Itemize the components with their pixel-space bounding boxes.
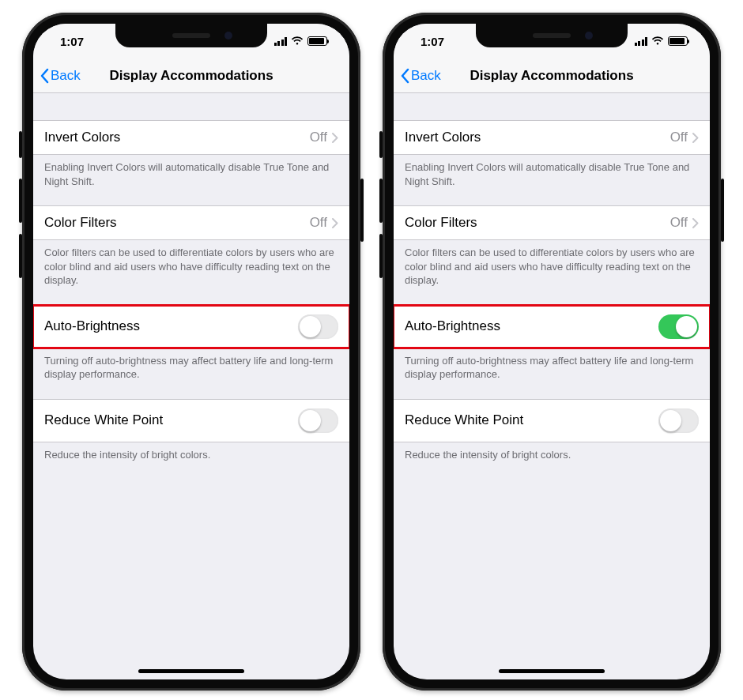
chevron-right-icon <box>692 218 699 228</box>
chevron-right-icon <box>332 218 338 228</box>
auto-brightness-row[interactable]: Auto-Brightness <box>33 305 349 348</box>
home-indicator[interactable] <box>138 669 244 673</box>
back-label: Back <box>411 68 441 84</box>
chevron-right-icon <box>692 133 699 143</box>
mute-switch <box>19 131 22 158</box>
color-filters-row[interactable]: Color Filters Off <box>33 205 349 240</box>
auto-brightness-toggle[interactable] <box>658 314 699 339</box>
cellular-signal-icon <box>635 37 648 46</box>
reduce-white-point-toggle[interactable] <box>298 408 338 433</box>
back-label: Back <box>51 68 81 84</box>
navigation-bar: Back Display Accommodations <box>394 58 710 93</box>
reduce-white-point-row[interactable]: Reduce White Point <box>394 399 710 442</box>
reduce-white-point-row[interactable]: Reduce White Point <box>33 399 349 442</box>
auto-brightness-toggle[interactable] <box>298 314 338 339</box>
status-time: 1:07 <box>421 35 444 48</box>
invert-colors-value: Off <box>310 130 327 145</box>
color-filters-row[interactable]: Color Filters Off <box>394 205 710 240</box>
invert-colors-value: Off <box>670 130 688 145</box>
wifi-icon <box>291 36 304 46</box>
reduce-white-point-toggle[interactable] <box>658 408 699 433</box>
volume-up-button <box>19 179 22 223</box>
mute-switch <box>379 131 383 158</box>
auto-brightness-row[interactable]: Auto-Brightness <box>394 305 710 348</box>
auto-brightness-footer: Turning off auto-brightness may affect b… <box>394 348 710 388</box>
reduce-white-point-label: Reduce White Point <box>44 412 298 428</box>
screen: 1:07 Back Display Accommodations <box>33 24 349 679</box>
auto-brightness-footer: Turning off auto-brightness may affect b… <box>33 348 349 388</box>
back-button[interactable]: Back <box>40 58 81 92</box>
phone-frame-right: 1:07 Back Display Accommodations <box>383 13 721 691</box>
color-filters-label: Color Filters <box>405 215 670 231</box>
back-button[interactable]: Back <box>400 58 441 92</box>
chevron-right-icon <box>332 133 338 143</box>
cellular-signal-icon <box>274 37 288 46</box>
reduce-white-point-label: Reduce White Point <box>405 412 658 428</box>
battery-icon <box>307 36 327 46</box>
speaker <box>172 33 210 38</box>
battery-icon <box>668 36 688 46</box>
invert-colors-label: Invert Colors <box>405 130 670 145</box>
invert-colors-footer: Enabling Invert Colors will automaticall… <box>33 155 349 194</box>
volume-down-button <box>379 234 383 278</box>
reduce-white-point-footer: Reduce the intensity of bright colors. <box>394 442 710 469</box>
color-filters-footer: Color filters can be used to differentia… <box>33 240 349 294</box>
volume-up-button <box>379 179 383 223</box>
invert-colors-row[interactable]: Invert Colors Off <box>33 120 349 155</box>
notch <box>115 24 267 47</box>
color-filters-footer: Color filters can be used to differentia… <box>394 240 710 294</box>
invert-colors-row[interactable]: Invert Colors Off <box>394 120 710 155</box>
front-camera <box>224 32 232 40</box>
color-filters-value: Off <box>310 215 327 231</box>
volume-down-button <box>19 234 22 278</box>
page-title: Display Accommodations <box>470 68 633 84</box>
notch <box>476 24 628 47</box>
color-filters-label: Color Filters <box>44 215 310 231</box>
home-indicator[interactable] <box>499 669 605 673</box>
status-time: 1:07 <box>60 35 84 48</box>
page-title: Display Accommodations <box>109 68 273 84</box>
reduce-white-point-footer: Reduce the intensity of bright colors. <box>33 442 349 469</box>
navigation-bar: Back Display Accommodations <box>33 58 349 93</box>
wifi-icon <box>651 36 664 46</box>
invert-colors-footer: Enabling Invert Colors will automaticall… <box>394 155 710 194</box>
invert-colors-label: Invert Colors <box>44 130 310 145</box>
speaker <box>533 33 571 38</box>
side-button <box>721 179 724 242</box>
chevron-left-icon <box>40 68 49 84</box>
side-button <box>360 179 364 242</box>
chevron-left-icon <box>400 68 409 84</box>
auto-brightness-label: Auto-Brightness <box>44 318 298 334</box>
screen: 1:07 Back Display Accommodations <box>394 24 710 679</box>
phone-frame-left: 1:07 Back Display Accommodations <box>22 13 360 691</box>
color-filters-value: Off <box>670 215 688 231</box>
front-camera <box>585 32 593 40</box>
auto-brightness-label: Auto-Brightness <box>405 318 658 334</box>
